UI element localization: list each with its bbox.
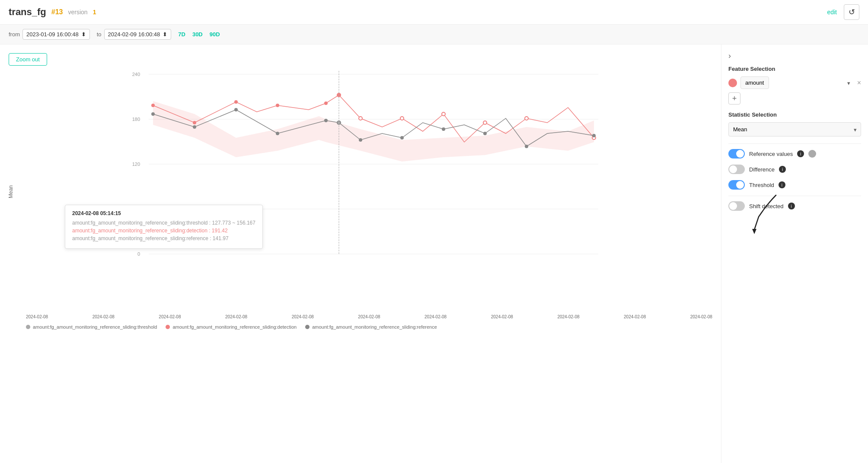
period-7d-button[interactable]: 7D	[178, 31, 185, 38]
reference-values-slider	[728, 149, 745, 159]
x-label: 2024-02-08	[690, 314, 712, 319]
detection-dot	[324, 101, 328, 105]
reference-dot	[276, 132, 279, 135]
tooltip-threshold: amount:fg_amount_monitoring_reference_sl…	[72, 220, 255, 226]
threshold-toggle[interactable]	[728, 180, 745, 190]
reference-dot	[193, 125, 196, 129]
x-label: 2024-02-08	[93, 314, 115, 319]
detection-dot	[359, 117, 362, 120]
reference-dot	[525, 145, 528, 148]
threshold-row: Threshold i	[728, 180, 861, 190]
to-label: to	[97, 31, 102, 38]
difference-toggle[interactable]	[728, 165, 745, 174]
from-date-value: 2023-01-09 16:00:48	[26, 31, 79, 38]
reference-values-row: Reference values i	[728, 149, 861, 159]
difference-slider	[728, 165, 745, 174]
zoom-out-button[interactable]: Zoom out	[9, 53, 47, 66]
x-axis: 2024-02-08 2024-02-08 2024-02-08 2024-02…	[26, 313, 712, 319]
reference-dot	[442, 127, 445, 131]
from-label: from	[9, 31, 20, 38]
x-label: 2024-02-08	[491, 314, 513, 319]
divider	[728, 143, 861, 144]
version-label: version	[68, 9, 88, 16]
x-label: 2024-02-08	[557, 314, 579, 319]
chart-svg-wrapper: 240 180 120 60 0	[26, 71, 712, 313]
to-date-group: to 2024-02-09 16:00:48 ⬍	[97, 29, 172, 40]
hash-badge: #13	[51, 8, 63, 16]
tooltip-detection: amount:fg_amount_monitoring_reference_sl…	[72, 228, 255, 234]
statistic-selection-title: Statistic Selection	[728, 111, 861, 118]
reference-dot	[592, 134, 596, 137]
main-content: Zoom out Mean 240 180 120 60 0	[0, 44, 868, 463]
app-title: trans_fg	[9, 6, 46, 18]
feature-select-wrapper: amount	[740, 76, 854, 89]
to-date-input[interactable]: 2024-02-09 16:00:48 ⬍	[104, 29, 172, 40]
detection-dot	[234, 100, 238, 104]
x-label: 2024-02-08	[26, 314, 48, 319]
from-date-input[interactable]: 2023-01-09 16:00:48 ⬍	[22, 29, 90, 40]
reference-dot	[400, 136, 404, 140]
y-axis-label: Mean	[8, 185, 14, 198]
feature-remove-button[interactable]: ×	[857, 79, 861, 86]
svg-text:120: 120	[132, 162, 140, 167]
reference-dot	[234, 108, 238, 111]
feature-row: amount ×	[728, 76, 861, 89]
legend-detection-dot	[166, 325, 170, 329]
edit-button[interactable]: edit	[827, 9, 837, 16]
chart-svg: 240 180 120 60 0	[26, 71, 712, 295]
feature-select[interactable]: amount	[740, 76, 769, 89]
difference-info-icon[interactable]: i	[779, 166, 786, 173]
difference-label: Difference	[749, 166, 775, 173]
shift-detected-slider	[728, 201, 745, 211]
reference-dot	[151, 112, 155, 116]
legend-reference: amount:fg_amount_monitoring_reference_sl…	[305, 324, 437, 330]
svg-text:0: 0	[137, 251, 140, 257]
shift-detected-toggle[interactable]	[728, 201, 745, 211]
reference-dot	[324, 119, 328, 122]
legend-reference-label: amount:fg_amount_monitoring_reference_sl…	[312, 324, 437, 330]
refresh-icon: ↺	[849, 7, 855, 17]
header-right: edit ↺	[827, 4, 859, 20]
version-number: 1	[93, 9, 96, 16]
threshold-info-icon[interactable]: i	[779, 181, 785, 188]
chart-legend: amount:fg_amount_monitoring_reference_sl…	[9, 324, 712, 330]
to-date-spinner-icon: ⬍	[163, 31, 167, 38]
x-label: 2024-02-08	[358, 314, 380, 319]
threshold-label: Threshold	[749, 182, 774, 188]
chart-area: Zoom out Mean 240 180 120 60 0	[0, 44, 721, 463]
legend-detection-label: amount:fg_amount_monitoring_reference_sl…	[172, 324, 297, 330]
x-label: 2024-02-08	[159, 314, 181, 319]
legend-detection: amount:fg_amount_monitoring_reference_sl…	[166, 324, 297, 330]
difference-row: Difference i	[728, 165, 861, 174]
statistic-select[interactable]: Mean	[728, 122, 861, 136]
detection-dot	[442, 112, 445, 116]
toolbar: from 2023-01-09 16:00:48 ⬍ to 2024-02-09…	[0, 25, 868, 44]
period-90d-button[interactable]: 90D	[210, 31, 220, 38]
reference-values-info-icon[interactable]: i	[797, 150, 804, 157]
refresh-button[interactable]: ↺	[844, 4, 859, 20]
add-feature-button[interactable]: +	[728, 92, 740, 105]
sidebar-collapse-button[interactable]: ›	[728, 51, 861, 60]
detection-dot	[525, 117, 528, 120]
detection-dot	[151, 104, 155, 107]
from-date-group: from 2023-01-09 16:00:48 ⬍	[9, 29, 90, 40]
reference-dot	[359, 138, 362, 142]
period-30d-button[interactable]: 30D	[192, 31, 203, 38]
feature-selection-title: Feature Selection	[728, 66, 861, 72]
reference-values-color-dot	[808, 150, 816, 158]
reference-values-toggle[interactable]	[728, 149, 745, 159]
detection-dot	[276, 104, 279, 107]
reference-dot	[483, 132, 487, 135]
svg-text:240: 240	[132, 72, 140, 77]
statistic-select-wrapper: Mean	[728, 122, 861, 136]
header: trans_fg #13 version 1 edit ↺	[0, 0, 868, 25]
sidebar: › Feature Selection amount × + Statistic…	[721, 44, 868, 463]
tooltip-reference: amount:fg_amount_monitoring_reference_sl…	[72, 235, 255, 241]
tooltip-time: 2024-02-08 05:14:15	[72, 210, 255, 216]
svg-marker-10	[752, 229, 756, 234]
chart-tooltip: 2024-02-08 05:14:15 amount:fg_amount_mon…	[65, 205, 263, 249]
to-date-value: 2024-02-09 16:00:48	[108, 31, 160, 38]
x-label: 2024-02-08	[292, 314, 314, 319]
feature-color-dot	[728, 79, 737, 87]
arrow-annotation	[737, 191, 789, 243]
